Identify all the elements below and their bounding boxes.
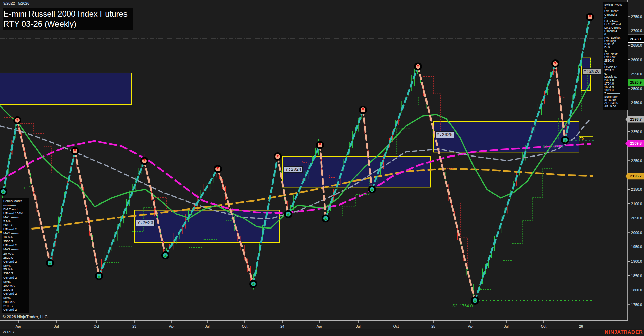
ninjatrader-logo: NINJATRADER <box>605 329 643 335</box>
x-tick-label: Apr <box>317 324 322 328</box>
x-tick-label: 23 <box>132 324 136 328</box>
y-tick-label: 2350.0 <box>631 130 642 134</box>
date-range: 9/2022 - 5/2026 <box>3 1 29 5</box>
x-tick-label: 25 <box>431 324 435 328</box>
year-label: Y:2024 <box>284 166 303 173</box>
y-tick-label: 2750.0 <box>631 15 642 19</box>
y-tick-label: 2450.0 <box>631 101 642 105</box>
y-tick-label: 1750.0 <box>631 303 642 307</box>
x-tick-label: Jul <box>205 324 209 328</box>
ninjatrader-chart-window: 2750.02700.02650.02600.02550.02500.02450… <box>0 0 644 336</box>
price-marker-label: 2195.7 <box>630 174 642 178</box>
y-tick-label: 1850.0 <box>631 274 642 278</box>
level-label-s1: S1: 2321.0 <box>543 144 563 149</box>
x-tick-label: 26 <box>579 324 583 328</box>
title-line-2: RTY 03-26 (Weekly) <box>3 19 131 29</box>
copyright-text: © 2026 NinjaTrader, LLC <box>3 315 47 319</box>
x-tick-label: Oct <box>393 324 399 328</box>
chart-title: E-mini Russell 2000 Index Futures RTY 03… <box>3 8 133 30</box>
tab-strip <box>0 329 644 336</box>
x-tick-label: Oct <box>541 324 546 328</box>
y-tick-label: 2700.0 <box>631 29 642 33</box>
year-range-box <box>0 73 131 105</box>
year-label: Y:2026 <box>582 68 601 75</box>
title-line-1: E-mini Russell 2000 Index Futures <box>3 9 131 19</box>
price-marker-label: 2393.7 <box>630 117 642 121</box>
swing-pivots-panel: Swing Pivots 1.------------- Pvt. Trend:… <box>603 2 628 110</box>
y-tick-label: 2550.0 <box>631 72 642 76</box>
x-tick-label: Apr <box>16 324 21 328</box>
x-tick-label: Apr <box>169 324 175 328</box>
y-tick-label: 1900.0 <box>631 259 642 263</box>
x-tick-label: Oct <box>94 324 99 328</box>
level-label-f0: F0 <box>579 137 584 141</box>
chart-canvas[interactable]: 2750.02700.02650.02600.02550.02500.02450… <box>0 0 644 336</box>
y-tick-label: 2050.0 <box>631 216 642 220</box>
year-label: Y:2023 <box>136 220 155 226</box>
y-tick-label: 1950.0 <box>631 245 642 249</box>
y-tick-label: 2000.0 <box>631 231 642 235</box>
y-tick-label: 2150.0 <box>631 187 642 191</box>
price-marker-label: 2309.8 <box>630 141 642 145</box>
x-tick-label: Jul <box>54 324 59 328</box>
y-tick-label: 1800.0 <box>631 288 642 292</box>
year-label: Y:2025 <box>435 131 454 138</box>
y-tick-label: 2500.0 <box>631 87 642 91</box>
x-tick-label: 24 <box>280 324 284 328</box>
x-tick-label: Apr <box>468 324 474 328</box>
tab-w-rty[interactable]: W RTY <box>3 330 15 334</box>
price-marker-label: 2673.1 <box>630 37 642 41</box>
price-marker-label: 2520.9 <box>630 80 642 85</box>
bench-marks-panel: Bench Marks ------------ BM Trend: UTren… <box>2 198 29 313</box>
x-tick-label: Jul <box>356 324 360 328</box>
x-tick-label: Oct <box>242 324 247 328</box>
y-tick-label: 2600.0 <box>631 58 642 62</box>
y-tick-label: 2100.0 <box>631 202 642 206</box>
level-label-s2: S2: 1764.0 <box>452 304 473 308</box>
x-tick-label: Jul <box>504 324 508 328</box>
y-tick-label: 2250.0 <box>631 159 642 163</box>
y-tick-label: 2650.0 <box>631 43 642 47</box>
